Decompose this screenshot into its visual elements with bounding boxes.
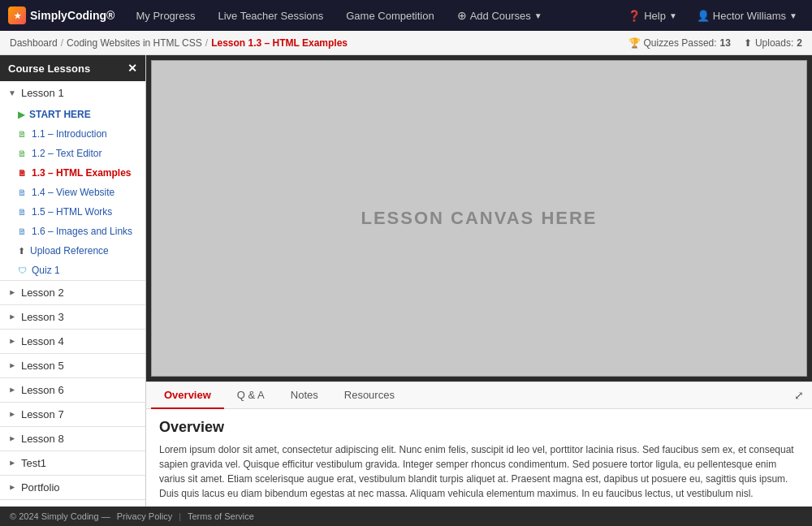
- lesson-group-3: ▼ Lesson 3: [0, 305, 145, 330]
- breadcrumb-sep-1: /: [61, 37, 63, 49]
- lesson-3-header[interactable]: ▼ Lesson 3: [0, 305, 145, 329]
- lesson-1-label: Lesson 1: [21, 87, 64, 99]
- nav-live-teacher[interactable]: Live Teacher Sessions: [208, 0, 333, 31]
- video-canvas: LESSON CANVAS HERE: [151, 60, 807, 377]
- lesson-4-arrow: ▼: [7, 338, 16, 346]
- nav-right-area: ❓ Help ▼ 👤 Hector Williams ▼: [621, 10, 804, 22]
- lesson-item-quiz[interactable]: 🛡 Quiz 1: [0, 261, 145, 280]
- lesson-item-1-2[interactable]: 🗎 1.2 – Text Editor: [0, 144, 145, 163]
- lesson-7-label: Lesson 7: [21, 408, 64, 420]
- footer-copyright: © 2024 Simply Coding —: [10, 511, 110, 521]
- lesson-8-header[interactable]: ▼ Lesson 8: [0, 427, 145, 451]
- breadcrumb-sep-2: /: [205, 37, 208, 49]
- user-icon: 👤: [697, 10, 710, 22]
- breadcrumb-current: Lesson 1.3 – HTML Examples: [211, 37, 348, 49]
- lesson-item-1-5[interactable]: 🗎 1.5 – HTML Works: [0, 202, 145, 222]
- lesson-6-label: Lesson 6: [21, 384, 64, 396]
- lesson-5-label: Lesson 5: [21, 360, 64, 372]
- portfolio-header[interactable]: ▼ Portfolio: [0, 476, 145, 499]
- nav-add-courses[interactable]: ⊕ Add Courses ▼: [447, 0, 552, 31]
- file-icon-1-3: 🗎: [18, 168, 27, 178]
- breadcrumb-course[interactable]: Coding Websites in HTML CSS: [67, 37, 202, 49]
- quizzes-status: 🏆 Quizzes Passed: 13: [628, 37, 731, 49]
- lesson-item-1-6[interactable]: 🗎 1.6 – Images and Links: [0, 222, 145, 241]
- overview-section: Overview Lorem ipsum dolor sit amet, con…: [146, 409, 812, 507]
- help-icon: ❓: [628, 10, 641, 22]
- sidebar-header: Course Lessons ✕: [0, 55, 145, 81]
- lesson-6-header[interactable]: ▼ Lesson 6: [0, 378, 145, 402]
- help-dropdown-icon: ▼: [669, 11, 677, 20]
- sidebar-close-button[interactable]: ✕: [127, 62, 137, 75]
- file-icon-1-5: 🗎: [18, 207, 27, 217]
- lesson-group-4: ▼ Lesson 4: [0, 330, 145, 354]
- lesson-group-1: ▼ Lesson 1 ▶ START HERE 🗎 1.1 – Introduc…: [0, 81, 145, 281]
- nav-my-progress[interactable]: My Progress: [126, 0, 205, 31]
- upload-icon: ⬆: [744, 37, 752, 49]
- lesson-group-portfolio: ▼ Portfolio: [0, 476, 145, 500]
- lesson-item-start[interactable]: ▶ START HERE: [0, 105, 145, 124]
- quiz-icon: 🛡: [18, 265, 27, 275]
- canvas-placeholder: LESSON CANVAS HERE: [361, 208, 597, 229]
- footer-privacy[interactable]: Privacy Policy: [117, 511, 172, 521]
- lesson-2-label: Lesson 2: [21, 287, 64, 299]
- lesson-7-arrow: ▼: [7, 411, 16, 419]
- content-area: LESSON CANVAS HERE Overview Q & A Notes …: [146, 55, 812, 507]
- test1-header[interactable]: ▼ Test1: [0, 451, 145, 475]
- test1-label: Test1: [21, 457, 46, 469]
- lesson-2-arrow: ▼: [7, 289, 16, 297]
- portfolio-arrow: ▼: [7, 484, 16, 492]
- tab-qa[interactable]: Q & A: [224, 382, 278, 409]
- breadcrumb: Dashboard / Coding Websites in HTML CSS …: [0, 31, 812, 55]
- footer-terms[interactable]: Terms of Service: [188, 511, 254, 521]
- lesson-1-2-label: 1.2 – Text Editor: [32, 148, 102, 159]
- nav-game-competition[interactable]: Game Competition: [336, 0, 443, 31]
- lesson-1-4-label: 1.4 – View Website: [32, 187, 114, 198]
- lesson-item-1-4[interactable]: 🗎 1.4 – View Website: [0, 183, 145, 202]
- file-icon-1-4: 🗎: [18, 188, 27, 197]
- dropdown-arrow-icon: ▼: [534, 11, 542, 20]
- lesson-3-label: Lesson 3: [21, 311, 64, 323]
- upload-label: Upload Reference: [30, 245, 109, 257]
- expand-button[interactable]: ⤢: [791, 386, 807, 405]
- lesson-2-header[interactable]: ▼ Lesson 2: [0, 281, 145, 304]
- breadcrumb-dashboard[interactable]: Dashboard: [10, 37, 58, 49]
- uploads-status: ⬆ Uploads: 2: [744, 37, 802, 49]
- file-icon-1-1: 🗎: [18, 129, 27, 139]
- quizzes-label: Quizzes Passed:: [644, 37, 717, 49]
- start-label: START HERE: [29, 109, 91, 120]
- tab-overview[interactable]: Overview: [151, 382, 224, 409]
- lesson-8-label: Lesson 8: [21, 433, 64, 445]
- uploads-label: Uploads:: [755, 37, 793, 49]
- logo-text: SimplyCoding®: [30, 9, 114, 22]
- lesson-1-arrow: ▼: [8, 88, 16, 97]
- lesson-1-3-label: 1.3 – HTML Examples: [32, 167, 132, 179]
- lesson-5-header[interactable]: ▼ Lesson 5: [0, 354, 145, 377]
- main-layout: Course Lessons ✕ ▼ Lesson 1 ▶ START HERE…: [0, 55, 812, 507]
- overview-text: Lorem ipsum dolor sit amet, consectetur …: [159, 442, 799, 501]
- lesson-8-arrow: ▼: [7, 435, 16, 443]
- tab-resources[interactable]: Resources: [331, 382, 408, 409]
- lesson-6-arrow: ▼: [7, 386, 16, 394]
- lesson-7-header[interactable]: ▼ Lesson 7: [0, 403, 145, 426]
- lesson-1-items: ▶ START HERE 🗎 1.1 – Introduction 🗎 1.2 …: [0, 105, 145, 280]
- help-button[interactable]: ❓ Help ▼: [621, 10, 684, 22]
- overview-title: Overview: [159, 419, 799, 436]
- lesson-item-1-1[interactable]: 🗎 1.1 – Introduction: [0, 124, 145, 144]
- lesson-group-8: ▼ Lesson 8: [0, 427, 145, 451]
- lesson-group-6: ▼ Lesson 6: [0, 378, 145, 403]
- lesson-group-2: ▼ Lesson 2: [0, 281, 145, 305]
- lesson-4-header[interactable]: ▼ Lesson 4: [0, 330, 145, 353]
- lesson-item-1-3[interactable]: 🗎 1.3 – HTML Examples: [0, 163, 145, 183]
- lesson-item-upload[interactable]: ⬆ Upload Reference: [0, 241, 145, 261]
- footer-sep: |: [179, 511, 181, 521]
- lesson-1-6-label: 1.6 – Images and Links: [32, 226, 132, 237]
- file-icon-1-6: 🗎: [18, 226, 27, 236]
- user-button[interactable]: 👤 Hector Williams ▼: [690, 10, 804, 22]
- file-icon-1-2: 🗎: [18, 149, 27, 158]
- lesson-4-label: Lesson 4: [21, 335, 64, 347]
- footer: © 2024 Simply Coding — Privacy Policy | …: [0, 507, 812, 526]
- logo-area[interactable]: ★ SimplyCoding®: [8, 6, 114, 24]
- lesson-1-header[interactable]: ▼ Lesson 1: [0, 81, 145, 105]
- lesson-group-5: ▼ Lesson 5: [0, 354, 145, 378]
- tab-notes[interactable]: Notes: [278, 382, 331, 409]
